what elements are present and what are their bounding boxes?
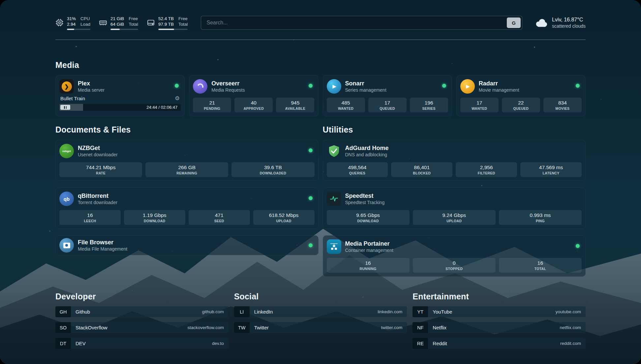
disk-icon bbox=[147, 18, 155, 27]
memory-usage-bar bbox=[110, 29, 138, 30]
search-input[interactable] bbox=[201, 16, 522, 30]
overseerr-icon bbox=[193, 79, 207, 94]
service-subtitle: Usenet downloader bbox=[78, 152, 118, 158]
bookmark-url: netflix.com bbox=[560, 325, 581, 330]
playback-progress-bar[interactable]: 24:44 / 02:06:47 bbox=[59, 104, 181, 111]
disk-usage-bar bbox=[158, 29, 188, 30]
stat-available: 945AVAILABLE bbox=[276, 98, 314, 112]
cpu-widget: 31% CPU 2.94 Load bbox=[55, 16, 90, 30]
service-subtitle: DNS and adblocking bbox=[345, 152, 389, 158]
section-title-utilities: Utilities bbox=[323, 125, 586, 135]
service-card-overseerr[interactable]: Overseerr Media Requests 21PENDING 40APP… bbox=[189, 75, 318, 116]
documents-column: Documents & Files nzbget NZBGet Usenet d… bbox=[55, 125, 319, 277]
bookmark-stackoverflow[interactable]: SO StackOverflow stackoverflow.com bbox=[55, 322, 229, 333]
section-title-media: Media bbox=[55, 60, 586, 70]
service-card-speedtest[interactable]: Speedtest Speedtest Tracking 9.65 GbpsDO… bbox=[323, 188, 586, 229]
stat-queries: 498,564QUERIES bbox=[327, 162, 388, 177]
service-card-nzbget[interactable]: nzbget NZBGet Usenet downloader 744.21 M… bbox=[55, 140, 319, 181]
bookmark-netflix[interactable]: NF Netflix netflix.com bbox=[412, 322, 586, 333]
bookmark-twitter[interactable]: TW Twitter twitter.com bbox=[234, 322, 407, 333]
bookmark-name: Github bbox=[76, 309, 90, 315]
memory-label-2: Total bbox=[129, 21, 138, 27]
stat-remaining: 266 GBREMAINING bbox=[145, 162, 228, 177]
bookmark-linkedin[interactable]: LI LinkedIn linkedin.com bbox=[234, 306, 407, 317]
bookmark-youtube[interactable]: YT YouTube youtube.com bbox=[412, 306, 586, 317]
bookmark-name: Netflix bbox=[433, 325, 446, 330]
search-bar: G bbox=[201, 16, 522, 30]
bookmark-dev[interactable]: DT DEV dev.to bbox=[55, 338, 229, 349]
bookmark-group-entertainment: Entertainment YT YouTube youtube.com NF … bbox=[412, 292, 586, 349]
bookmark-abbr: RE bbox=[412, 338, 428, 349]
stat-ping: 0.993 msPING bbox=[499, 210, 582, 225]
service-name: Media Portainer bbox=[345, 240, 393, 247]
stat-rate: 744.21 MbpsRATE bbox=[59, 162, 142, 177]
bookmark-name: Reddit bbox=[433, 341, 447, 346]
disk-widget: 52.4 TB Free 97.9 TB Total bbox=[147, 16, 188, 30]
disk-total: 97.9 TB bbox=[158, 21, 174, 27]
stat-wanted: 17WANTED bbox=[460, 98, 499, 112]
bookmark-url: github.com bbox=[202, 309, 224, 314]
adguard-icon bbox=[327, 144, 341, 158]
status-online-dot bbox=[576, 84, 580, 88]
bookmark-name: LinkedIn bbox=[254, 309, 273, 315]
stat-wanted: 485WANTED bbox=[327, 98, 365, 112]
qbittorrent-icon: qb bbox=[59, 192, 74, 206]
service-card-adguard[interactable]: AdGuard Home DNS and adblocking 498,564Q… bbox=[323, 140, 586, 181]
bookmark-url: dev.to bbox=[212, 341, 224, 346]
bookmark-reddit[interactable]: RE Reddit reddit.com bbox=[412, 338, 586, 349]
cpu-icon bbox=[55, 18, 64, 27]
service-card-filebrowser[interactable]: File Browser Media File Management bbox=[55, 235, 319, 255]
service-card-portainer[interactable]: Media Portainer Container management 16R… bbox=[323, 235, 586, 277]
stat-running: 16RUNNING bbox=[327, 258, 410, 273]
filebrowser-icon bbox=[59, 238, 74, 253]
service-subtitle: Series management bbox=[345, 87, 386, 93]
weather-widget[interactable]: Lviv, 16.87°C scattered clouds bbox=[534, 16, 586, 29]
section-title-entertainment: Entertainment bbox=[412, 292, 586, 301]
memory-label-1: Free bbox=[129, 16, 138, 21]
service-card-plex[interactable]: Plex Media server Bullet Train 24:44 / 0… bbox=[55, 75, 185, 116]
bookmark-name: Twitter bbox=[254, 325, 269, 330]
bookmark-abbr: DT bbox=[55, 338, 71, 349]
bookmark-abbr: LI bbox=[234, 306, 250, 317]
status-online-dot bbox=[309, 243, 313, 247]
service-card-sonarr[interactable]: Sonarr Series management 485WANTED 17QUE… bbox=[323, 75, 452, 116]
bookmark-abbr: SO bbox=[55, 322, 71, 333]
stat-leech: 16LEECH bbox=[59, 210, 121, 225]
memory-total: 64 GiB bbox=[110, 21, 124, 27]
stat-series: 196SERIES bbox=[410, 98, 448, 112]
pause-icon bbox=[64, 106, 67, 109]
bookmark-github[interactable]: GH Github github.com bbox=[55, 306, 229, 317]
bookmark-abbr: YT bbox=[412, 306, 428, 317]
service-name: File Browser bbox=[78, 239, 127, 246]
stat-approved: 40APPROVED bbox=[234, 98, 273, 112]
service-name: Overseerr bbox=[211, 80, 245, 87]
service-card-qbittorrent[interactable]: qb qBittorrent Torrent downloader 16LEEC… bbox=[55, 188, 319, 229]
header-divider bbox=[55, 40, 586, 40]
service-name: Speedtest bbox=[345, 192, 385, 199]
stat-stopped: 0STOPPED bbox=[413, 258, 496, 273]
bookmark-abbr: GH bbox=[55, 306, 71, 317]
bookmark-url: stackoverflow.com bbox=[187, 325, 224, 330]
service-subtitle: Media Requests bbox=[211, 87, 245, 93]
settings-icon[interactable] bbox=[175, 96, 180, 101]
service-subtitle: Torrent downloader bbox=[78, 199, 117, 205]
stat-pending: 21PENDING bbox=[193, 98, 231, 112]
bookmark-abbr: NF bbox=[412, 322, 428, 333]
memory-icon bbox=[99, 18, 107, 27]
service-card-radarr[interactable]: Radarr Movie management 17WANTED 22QUEUE… bbox=[456, 75, 586, 116]
weather-location-temp: Lviv, 16.87°C bbox=[552, 16, 586, 23]
section-title-social: Social bbox=[234, 292, 407, 301]
disk-free: 52.4 TB bbox=[158, 16, 174, 21]
search-provider-button[interactable]: G bbox=[507, 17, 521, 28]
service-subtitle: Speedtest Tracking bbox=[345, 199, 385, 205]
section-title-documents: Documents & Files bbox=[55, 125, 319, 135]
now-playing-title: Bullet Train bbox=[60, 96, 85, 101]
cpu-percent: 31% bbox=[67, 16, 76, 21]
stat-seed: 471SEED bbox=[189, 210, 250, 225]
status-online-dot bbox=[309, 148, 313, 152]
top-bar: 31% CPU 2.94 Load 21 bbox=[55, 13, 586, 32]
pause-button[interactable] bbox=[60, 105, 70, 110]
stat-queued: 22QUEUED bbox=[502, 98, 540, 112]
stat-movies: 834MOVIES bbox=[543, 98, 582, 112]
disk-label-1: Free bbox=[178, 16, 188, 21]
